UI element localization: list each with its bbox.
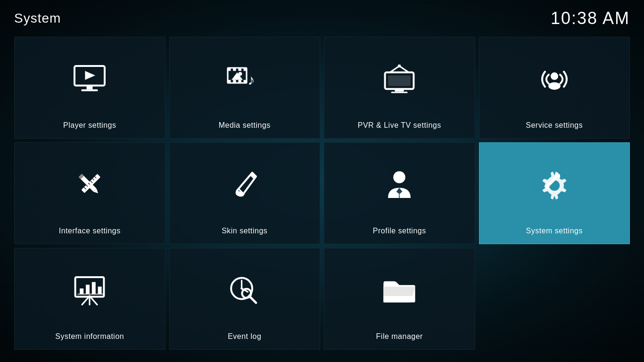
media-settings-label: Media settings	[219, 121, 271, 130]
interface-settings-label: Interface settings	[59, 227, 121, 235]
svg-rect-20	[388, 75, 411, 86]
svg-marker-1	[85, 71, 96, 80]
svg-rect-45	[80, 288, 83, 294]
system-settings-label: System settings	[526, 227, 583, 235]
svg-point-18	[398, 65, 401, 67]
system-information-icon-area	[71, 248, 108, 332]
header: System 10:38 AM	[0, 0, 644, 33]
system-information-label: System information	[55, 332, 124, 341]
grid-item-file-manager[interactable]: File manager	[324, 248, 475, 350]
system-icon	[536, 166, 573, 204]
grid-item-player-settings[interactable]: Player settings	[14, 37, 165, 139]
svg-rect-48	[98, 287, 102, 294]
svg-point-23	[551, 73, 558, 80]
svg-rect-12	[243, 80, 246, 83]
svg-point-14	[238, 72, 242, 76]
svg-line-16	[390, 66, 399, 73]
svg-rect-8	[243, 68, 246, 71]
settings-grid: Player settings ♪ Media sett	[0, 33, 644, 359]
grid-item-service-settings[interactable]: Service settings	[479, 37, 630, 139]
player-settings-icon-area	[71, 37, 108, 121]
grid-item-skin-settings[interactable]: Skin settings	[169, 142, 321, 244]
svg-rect-9	[228, 80, 231, 83]
pvr-settings-label: PVR & Live TV settings	[358, 121, 441, 130]
interface-icon	[71, 166, 108, 204]
media-settings-icon-area: ♪	[226, 37, 264, 121]
pvr-icon	[380, 60, 418, 98]
grid-item-system-settings[interactable]: System settings	[479, 142, 630, 244]
event-log-icon-area	[226, 248, 264, 332]
pvr-settings-icon-area	[380, 37, 418, 121]
eventlog-icon	[226, 272, 264, 309]
grid-item-empty	[479, 248, 630, 350]
svg-rect-22	[391, 91, 408, 93]
file-manager-icon-area	[380, 248, 418, 332]
skin-icon	[226, 166, 264, 204]
skin-settings-icon-area	[226, 143, 264, 227]
service-settings-label: Service settings	[526, 121, 583, 130]
page-title: System	[14, 11, 61, 26]
svg-rect-21	[395, 89, 404, 92]
svg-rect-5	[228, 68, 231, 71]
event-log-label: Event log	[228, 332, 261, 341]
svg-rect-6	[233, 68, 236, 71]
system-settings-icon-area	[536, 143, 573, 227]
profile-settings-label: Profile settings	[373, 227, 426, 235]
service-icon	[536, 60, 573, 98]
grid-item-pvr-settings[interactable]: PVR & Live TV settings	[324, 37, 475, 139]
file-manager-label: File manager	[376, 332, 423, 341]
grid-item-system-information[interactable]: System information	[14, 248, 165, 350]
svg-line-17	[399, 66, 409, 73]
svg-rect-2	[87, 86, 93, 90]
svg-rect-10	[233, 80, 236, 83]
clock: 10:38 AM	[551, 8, 630, 28]
svg-rect-46	[86, 285, 90, 294]
grid-item-interface-settings[interactable]: Interface settings	[14, 142, 165, 244]
svg-point-24	[548, 82, 561, 90]
grid-item-event-log[interactable]: Event log	[169, 248, 321, 350]
svg-rect-11	[238, 80, 241, 83]
svg-rect-3	[82, 90, 98, 91]
profile-icon	[380, 166, 418, 204]
profile-settings-icon-area	[380, 143, 418, 227]
player-icon	[71, 60, 108, 98]
grid-item-profile-settings[interactable]: Profile settings	[324, 142, 475, 244]
svg-rect-47	[92, 282, 96, 294]
service-settings-icon-area	[536, 37, 573, 121]
media-icon: ♪	[226, 60, 264, 98]
svg-rect-7	[238, 68, 241, 71]
svg-text:♪: ♪	[248, 72, 255, 88]
skin-settings-label: Skin settings	[222, 227, 267, 235]
sysinfo-icon	[71, 272, 108, 309]
filemanager-icon	[380, 272, 418, 309]
svg-point-36	[393, 171, 405, 183]
player-settings-label: Player settings	[63, 121, 116, 130]
interface-settings-icon-area	[71, 143, 108, 227]
svg-point-55	[242, 289, 251, 298]
grid-item-media-settings[interactable]: ♪ Media settings	[169, 37, 321, 139]
